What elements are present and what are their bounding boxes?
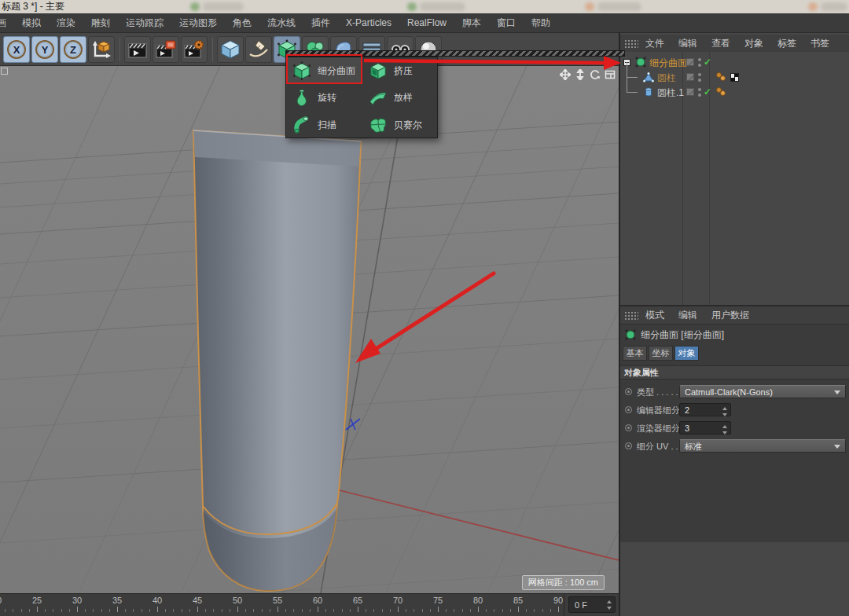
tab-基本[interactable]: 基本 (623, 346, 647, 361)
menu-item-3[interactable]: 渲染 (49, 16, 83, 30)
menu-item-14[interactable]: 帮助 (524, 16, 558, 30)
object-name[interactable]: 圆柱 (657, 72, 676, 85)
om-menu-item-3[interactable]: 查看 (704, 37, 737, 50)
uvw-tag-icon[interactable] (730, 73, 739, 82)
pan-view-icon[interactable] (559, 68, 571, 80)
z-axis-lock-button[interactable]: Z (60, 36, 86, 63)
object-name[interactable]: 细分曲面 (649, 57, 687, 70)
menu-item-4[interactable]: 雕刻 (83, 16, 118, 30)
object-name[interactable]: 圆柱.1 (657, 86, 684, 100)
render-to-picture-viewer-button[interactable] (153, 36, 179, 63)
menu-item-12[interactable]: 脚本 (454, 16, 489, 30)
menu-item-13[interactable]: 窗口 (489, 16, 524, 30)
om-menu-item-2[interactable]: 编辑 (671, 37, 704, 50)
am-menu-item-2[interactable]: 编辑 (671, 309, 704, 322)
om-menu-item-6[interactable]: 书签 (803, 37, 836, 50)
panel-handle-icon[interactable] (624, 39, 638, 48)
object-manager-tree: 细分曲面✓圆柱圆柱.1✓ (620, 52, 849, 305)
ruler-tick (133, 609, 134, 612)
menu-item-2[interactable]: 模拟 (14, 16, 49, 30)
3d-viewport[interactable]: 网格间距 : 100 cm (0, 66, 619, 593)
property-number-field[interactable]: 3 (679, 421, 731, 434)
om-menu-item-1[interactable]: 文件 (638, 37, 671, 50)
menu-item-subdivision-surface[interactable]: 细分曲面 (286, 57, 362, 84)
ruler-tick (157, 607, 158, 612)
zoom-view-icon[interactable] (574, 68, 586, 80)
menu-item-10[interactable]: X-Particles (338, 17, 399, 28)
panel-handle-icon[interactable] (624, 311, 638, 320)
ruler-tick (77, 607, 78, 612)
visibility-dots[interactable] (698, 58, 701, 68)
keyframe-dot-icon[interactable] (625, 442, 632, 449)
tab-对象[interactable]: 对象 (674, 346, 699, 361)
visibility-dots[interactable] (698, 88, 701, 97)
current-frame-field[interactable]: 0 F (568, 596, 616, 613)
phong-tag-icon[interactable] (716, 87, 727, 97)
timeline-ruler[interactable]: 202530354045505560657075808590 (0, 594, 564, 616)
ruler-tick (462, 609, 463, 612)
ruler-tick (93, 609, 94, 612)
ruler-tick (534, 609, 535, 612)
visibility-dots[interactable] (698, 73, 701, 82)
object-row-圆柱.1[interactable]: 圆柱.1✓ (620, 85, 849, 100)
enabled-checkmark[interactable]: ✓ (704, 86, 711, 97)
object-row-圆柱[interactable]: 圆柱 (620, 70, 849, 85)
menu-item-extrude[interactable]: 挤压 (362, 57, 438, 84)
ruler-number: 50 (233, 596, 242, 605)
ruler-tick (37, 607, 38, 612)
y-axis-letter: Y (42, 44, 49, 56)
loft-icon (369, 89, 388, 108)
menu-item-lathe[interactable]: 旋转 (286, 85, 362, 112)
am-menu-item-3[interactable]: 用户数据 (704, 309, 756, 322)
x-axis-lock-button[interactable]: X (3, 36, 30, 63)
render-settings-button[interactable] (181, 36, 208, 63)
polygon-mesh-icon (643, 72, 654, 85)
menu-item-9[interactable]: 插件 (303, 16, 338, 30)
titlebar-blurred-text (597, 2, 641, 11)
menu-item-7[interactable]: 角色 (225, 16, 259, 30)
am-menu-item-1[interactable]: 模式 (638, 309, 671, 322)
tube-object[interactable] (193, 130, 361, 591)
number-stepper[interactable] (722, 425, 728, 434)
add-primitive-cube-button[interactable] (217, 36, 244, 63)
layer-toggle-icon[interactable] (686, 58, 694, 66)
ruler-tick (510, 609, 511, 612)
object-axis-gizmo (346, 419, 360, 430)
menu-item-6[interactable]: 运动图形 (171, 16, 225, 30)
render-view-button[interactable] (124, 36, 151, 63)
toggle-layout-icon[interactable] (604, 68, 616, 80)
ruler-number: 35 (112, 596, 122, 605)
property-dropdown[interactable]: 标准 (679, 439, 846, 453)
keyframe-dot-icon[interactable] (625, 406, 632, 413)
property-number-field[interactable]: 2 (679, 403, 731, 416)
spline-pen-icon (248, 39, 269, 60)
object-row-细分曲面[interactable]: 细分曲面✓ (620, 55, 849, 70)
menu-item-bezier[interactable]: 贝赛尔 (362, 112, 438, 138)
spline-pen-button[interactable] (245, 36, 272, 63)
om-menu-item-4[interactable]: 对象 (737, 37, 770, 50)
tab-坐标[interactable]: 坐标 (649, 346, 673, 361)
ruler-tick (189, 609, 190, 612)
rotate-view-icon[interactable] (589, 68, 601, 80)
frame-stepper[interactable] (606, 600, 612, 610)
menu-item-11[interactable]: RealFlow (399, 17, 454, 28)
layer-toggle-icon[interactable] (686, 73, 694, 81)
number-stepper[interactable] (722, 407, 728, 416)
menu-item-5[interactable]: 运动跟踪 (118, 16, 171, 30)
menu-item-label: 放样 (394, 91, 413, 104)
om-menu-item-5[interactable]: 标签 (770, 37, 803, 50)
keyframe-dot-icon[interactable] (625, 424, 632, 431)
ruler-tick (5, 609, 6, 612)
enabled-checkmark[interactable]: ✓ (704, 57, 711, 68)
phong-tag-icon[interactable] (716, 72, 727, 82)
menu-item-8[interactable]: 流水线 (259, 16, 303, 30)
y-axis-lock-button[interactable]: Y (31, 36, 58, 63)
keyframe-dot-icon[interactable] (625, 388, 632, 395)
ruler-tick (494, 609, 494, 612)
menu-item-sweep[interactable]: 扫描 (286, 112, 362, 138)
property-dropdown[interactable]: Catmull-Clark(N-Gons) (679, 385, 846, 398)
coordinate-system-button[interactable] (88, 36, 115, 63)
layer-toggle-icon[interactable] (686, 88, 694, 96)
menu-item-loft[interactable]: 放样 (362, 85, 438, 112)
menu-item-1[interactable]: 画 (0, 16, 14, 30)
